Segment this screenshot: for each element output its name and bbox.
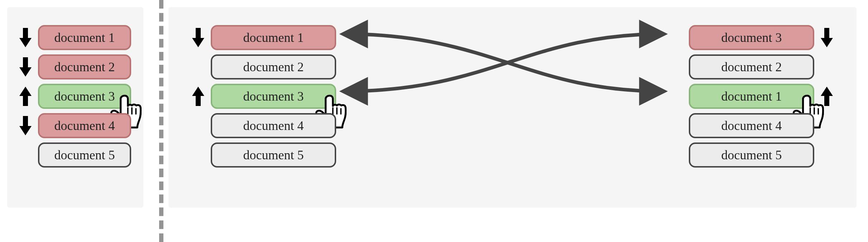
vote-arrow-slot (819, 54, 835, 79)
vote-arrow-slot (17, 25, 34, 50)
document-label: document 4 (721, 118, 782, 133)
diagram-stage: document 1 document 2 document 3 (0, 0, 868, 242)
document-label: document 3 (243, 89, 304, 104)
vote-arrow-slot (190, 54, 206, 79)
document-item[interactable]: document 5 (689, 142, 814, 168)
document-item[interactable]: document 5 (38, 142, 131, 168)
list-item: document 3 (17, 84, 133, 109)
arrow-down-icon (19, 115, 32, 136)
list-item: document 1 (17, 25, 133, 50)
list-item: document 4 (17, 113, 133, 138)
vote-arrow-slot (190, 142, 206, 168)
document-item[interactable]: document 2 (689, 54, 814, 79)
document-label: document 5 (243, 147, 304, 163)
vote-arrow-slot (17, 84, 34, 109)
document-label: document 2 (243, 59, 304, 74)
vote-arrow-slot (17, 142, 34, 168)
before-list: document 1 document 2 document 3 (190, 25, 336, 193)
document-item[interactable]: document 4 (38, 113, 131, 138)
document-label: document 2 (54, 59, 115, 74)
document-label: document 2 (721, 59, 782, 74)
document-item[interactable]: document 2 (211, 54, 336, 79)
list-item: document 4 (190, 113, 336, 138)
list-item: document 4 (689, 113, 835, 138)
arrow-up-icon (19, 86, 32, 107)
arrow-down-icon (19, 56, 32, 78)
left-panel: document 1 document 2 document 3 (7, 7, 143, 208)
document-item-selected[interactable]: document 3 (38, 84, 131, 109)
vote-arrow-slot (17, 54, 34, 79)
document-item[interactable]: document 5 (211, 142, 336, 168)
vote-arrow-slot (819, 25, 835, 50)
document-label: document 3 (721, 30, 782, 45)
document-label: document 5 (54, 147, 115, 163)
arrow-up-icon (820, 86, 834, 107)
arrow-up-icon (191, 86, 205, 107)
vote-arrow-slot (190, 25, 206, 50)
document-item[interactable]: document 4 (211, 113, 336, 138)
document-label: document 1 (54, 30, 115, 45)
after-list: document 3 document 2 document 1 (689, 25, 835, 193)
document-label: document 5 (721, 147, 782, 163)
list-item: document 2 (17, 54, 133, 79)
arrow-down-icon (19, 27, 32, 48)
left-list: document 1 document 2 document 3 (17, 25, 133, 168)
list-item: document 1 (689, 84, 835, 109)
document-item[interactable]: document 2 (38, 54, 131, 79)
document-label: document 1 (243, 30, 304, 45)
vote-arrow-slot (190, 113, 206, 138)
vote-arrow-slot (819, 113, 835, 138)
document-label: document 1 (721, 89, 782, 104)
list-item: document 2 (190, 54, 336, 79)
document-item[interactable]: document 1 (38, 25, 131, 50)
panel-divider (154, 0, 168, 242)
arrow-down-icon (191, 27, 205, 48)
document-label: document 4 (243, 118, 304, 133)
list-item: document 5 (17, 142, 133, 168)
list-item: document 3 (190, 84, 336, 109)
list-item: document 3 (689, 25, 835, 50)
document-item[interactable]: document 4 (689, 113, 814, 138)
document-label: document 3 (54, 89, 115, 104)
vote-arrow-slot (819, 84, 835, 109)
dashed-divider-icon (159, 0, 163, 242)
list-item: document 1 (190, 25, 336, 50)
document-item[interactable]: document 3 (689, 25, 814, 50)
right-panel: document 1 document 2 document 3 (168, 7, 857, 208)
document-item[interactable]: document 1 (211, 25, 336, 50)
document-label: document 4 (54, 118, 115, 133)
vote-arrow-slot (17, 113, 34, 138)
vote-arrow-slot (819, 142, 835, 168)
list-item: document 2 (689, 54, 835, 79)
list-item: document 5 (689, 142, 835, 168)
document-item-selected[interactable]: document 3 (211, 84, 336, 109)
list-item: document 5 (190, 142, 336, 168)
vote-arrow-slot (190, 84, 206, 109)
arrow-down-icon (820, 27, 834, 48)
document-item-selected[interactable]: document 1 (689, 84, 814, 109)
